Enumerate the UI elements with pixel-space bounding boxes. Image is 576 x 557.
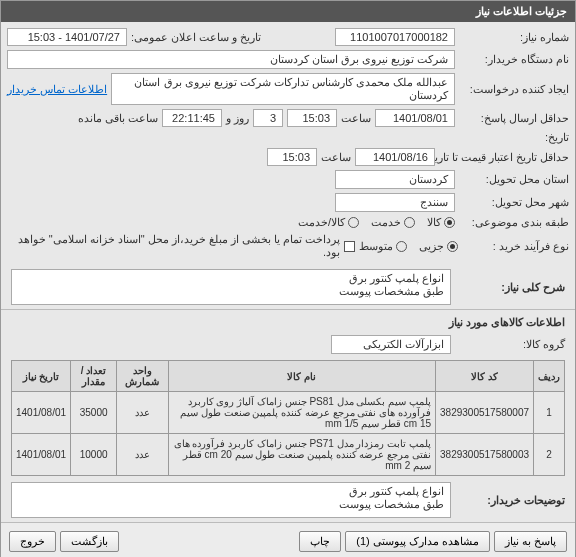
validity-label: حداقل تاریخ اعتبار قیمت تا تاریخ: xyxy=(439,151,569,164)
cell-unit: عدد xyxy=(117,434,169,476)
radio-partial[interactable] xyxy=(447,241,458,252)
docs-button[interactable]: مشاهده مدارک پیوستی (1) xyxy=(345,531,490,552)
cell-unit: عدد xyxy=(117,392,169,434)
city-label: شهر محل تحویل: xyxy=(459,196,569,209)
city-field: سنندج xyxy=(335,193,455,212)
days-label: روز و xyxy=(226,112,249,125)
buyer-label: نام دستگاه خریدار: xyxy=(459,53,569,66)
buyer-notes-line2: طبق مشخصات پیوست xyxy=(339,498,444,511)
cell-name: پلمپ سیم بکسلی مدل PS81 جنس زاماک آلیاژ … xyxy=(168,392,435,434)
announce-field: 1401/07/27 - 15:03 xyxy=(7,28,127,46)
desc-line2: طبق مشخصات پیوست xyxy=(339,285,444,298)
creator-field: عبدالله ملک محمدی کارشناس تدارکات شرکت ت… xyxy=(111,73,455,105)
radio-partial-label: جزیی xyxy=(419,240,444,253)
buyer-notes-line1: انواع پلمپ کنتور برق xyxy=(349,485,444,498)
cell-date: 1401/08/01 xyxy=(12,392,71,434)
table-row: 1 3829300517580007 پلمپ سیم بکسلی مدل PS… xyxy=(12,392,565,434)
contact-link[interactable]: اطلاعات تماس خریدار xyxy=(7,83,107,96)
payment-note: پرداخت تمام یا بخشی از مبلغ خرید،از محل … xyxy=(7,233,340,259)
exit-button[interactable]: خروج xyxy=(9,531,56,552)
cell-date: 1401/08/01 xyxy=(12,434,71,476)
desc-line1: انواع پلمپ کنتور برق xyxy=(349,272,444,285)
group-field: ابزارآلات الکتریکی xyxy=(331,335,451,354)
need-no-label: شماره نیاز: xyxy=(459,31,569,44)
deadline-time: 15:03 xyxy=(287,109,337,127)
need-no-field: 1101007017000182 xyxy=(335,28,455,46)
col-unit: واحد شمارش xyxy=(117,361,169,392)
remain-time: 22:11:45 xyxy=(162,109,222,127)
col-name: نام کالا xyxy=(168,361,435,392)
radio-goods[interactable] xyxy=(444,217,455,228)
radio-both-label: کالا/خدمت xyxy=(298,216,345,229)
validity-time: 15:03 xyxy=(267,148,317,166)
col-row: ردیف xyxy=(534,361,565,392)
days-field: 3 xyxy=(253,109,283,127)
radio-medium[interactable] xyxy=(396,241,407,252)
announce-label: تاریخ و ساعت اعلان عمومی: xyxy=(131,31,261,44)
radio-service-label: خدمت xyxy=(371,216,401,229)
deadline-label: حداقل ارسال پاسخ: xyxy=(459,112,569,125)
goods-table: ردیف کد کالا نام کالا واحد شمارش تعداد /… xyxy=(11,360,565,476)
buyer-notes-label: توضیحات خریدار: xyxy=(455,494,565,507)
process-label: نوع فرآیند خرید : xyxy=(462,240,569,253)
col-qty: تعداد / مقدار xyxy=(71,361,117,392)
buyer-field: شرکت توزیع نیروی برق استان کردستان xyxy=(7,50,455,69)
cell-row: 1 xyxy=(534,392,565,434)
class-label: طبقه بندی موضوعی: xyxy=(459,216,569,229)
cell-row: 2 xyxy=(534,434,565,476)
time-label-2: ساعت xyxy=(321,151,351,164)
radio-both[interactable] xyxy=(348,217,359,228)
deadline-date: 1401/08/01 xyxy=(375,109,455,127)
print-button[interactable]: چاپ xyxy=(299,531,341,552)
delivery-prov: کردستان xyxy=(335,170,455,189)
payment-checkbox[interactable] xyxy=(344,241,355,252)
validity-date: 1401/08/16 xyxy=(355,148,435,166)
cell-name: پلمپ تابت رمزدار مدل PS71 جنس زاماک کارب… xyxy=(168,434,435,476)
col-date: تاریخ نیاز xyxy=(12,361,71,392)
radio-service[interactable] xyxy=(404,217,415,228)
delivery-prov-label: استان محل تحویل: xyxy=(459,173,569,186)
col-code: کد کالا xyxy=(436,361,534,392)
respond-button[interactable]: پاسخ به نیاز xyxy=(494,531,567,552)
history-label: تاریخ: xyxy=(459,131,569,144)
cell-qty: 10000 xyxy=(71,434,117,476)
back-button[interactable]: بازگشت xyxy=(60,531,119,552)
radio-medium-label: متوسط xyxy=(359,240,393,253)
cell-code: 3829300517580003 xyxy=(436,434,534,476)
creator-label: ایجاد کننده درخواست: xyxy=(459,83,569,96)
table-row: 2 3829300517580003 پلمپ تابت رمزدار مدل … xyxy=(12,434,565,476)
time-label-1: ساعت xyxy=(341,112,371,125)
radio-goods-label: کالا xyxy=(427,216,441,229)
group-label: گروه کالا: xyxy=(455,338,565,351)
panel-title: جزئیات اطلاعات نیاز xyxy=(1,1,575,22)
cell-code: 3829300517580007 xyxy=(436,392,534,434)
cell-qty: 35000 xyxy=(71,392,117,434)
desc-label: شرح کلی نیاز: xyxy=(455,281,565,294)
process-radio-group: جزیی متوسط xyxy=(359,240,458,253)
remain-label: ساعت باقی مانده xyxy=(78,112,158,125)
class-radio-group: کالا خدمت کالا/خدمت xyxy=(298,216,455,229)
goods-section-title: اطلاعات کالاهای مورد نیاز xyxy=(1,309,575,335)
